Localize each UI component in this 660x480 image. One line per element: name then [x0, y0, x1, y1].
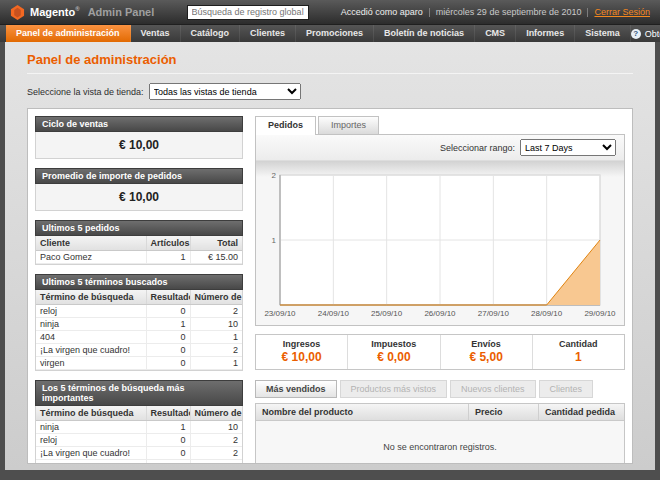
average-orders-value: € 10,00 — [35, 184, 243, 211]
dashboard-left-column: Ciclo de ventas € 10,00 Promedio de impo… — [35, 116, 243, 456]
table-row[interactable]: virgen 0 1 — [36, 357, 242, 370]
nav-item-catalog[interactable]: Catálogo — [181, 25, 241, 42]
stat-revenue: Ingresos € 10,00 — [256, 335, 347, 369]
table-row[interactable]: reloj 0 2 — [36, 434, 242, 447]
column-header: Término de búsqueda — [36, 290, 146, 305]
divider — [27, 73, 633, 74]
main-navbar: Panel de administración Ventas Catálogo … — [0, 24, 660, 42]
brand-name: Magento® — [30, 6, 80, 18]
widget-title: Ultimos 5 términos buscados — [35, 274, 243, 290]
global-search-input[interactable] — [187, 5, 309, 20]
widget-title: Los 5 términos de búsqueda más important… — [35, 380, 243, 406]
svg-text:25/09/10: 25/09/10 — [371, 309, 403, 318]
logout-link[interactable]: Cerrar Sesión — [594, 7, 650, 17]
stat-label: Cantidad — [533, 339, 624, 349]
svg-text:1: 1 — [272, 236, 277, 245]
orders-diagram: Seleccionar rango: Last 7 Days 1223/09/1… — [255, 134, 625, 326]
range-select[interactable]: Last 7 Days — [520, 139, 616, 156]
top-search-terms-table: Término de búsqueda Resultados Número de… — [35, 406, 243, 464]
session-info: Accedió como aparo miércoles 29 de septi… — [341, 7, 650, 17]
store-view-label: Seleccione la vista de tienda: — [27, 87, 144, 97]
brand: Magento® Admin Panel — [10, 5, 154, 20]
nav-item-system[interactable]: Sistema — [575, 25, 631, 42]
widget-title: Ultimos 5 pedidos — [35, 220, 243, 236]
magento-logo-icon — [10, 5, 25, 20]
nav-item-cms[interactable]: CMS — [475, 25, 516, 42]
product-name: Admin Panel — [88, 6, 155, 18]
column-header: Precio — [468, 404, 538, 420]
stat-value: € 10,00 — [256, 350, 347, 364]
nav-item-dashboard[interactable]: Panel de administración — [6, 25, 131, 42]
table-row[interactable]: 404 0 1 — [36, 460, 242, 465]
tab-amounts[interactable]: Importes — [318, 116, 379, 134]
table-row[interactable]: ¡La virgen que cuadro! 0 2 — [36, 344, 242, 357]
svg-text:27/09/10: 27/09/10 — [478, 309, 510, 318]
table-row[interactable]: 404 0 1 — [36, 331, 242, 344]
content-area: Panel de administración Seleccione la vi… — [5, 42, 655, 470]
chart-area: 1223/09/1024/09/1025/09/1026/09/1027/09/… — [256, 161, 624, 325]
help-label: Obtener ayuda para esta página — [645, 29, 660, 39]
chart-tabs: Pedidos Importes — [255, 116, 625, 134]
svg-text:23/09/10: 23/09/10 — [264, 309, 296, 318]
column-header: Término de búsqueda — [36, 406, 146, 421]
bestsellers-table: Nombre del producto Precio Cantidad pedi… — [255, 403, 625, 464]
widget-title: Promedio de importe de pedidos — [35, 168, 243, 184]
stat-shipping: Envíos € 5,00 — [440, 335, 532, 369]
stat-label: Ingresos — [256, 339, 347, 349]
orders-chart-svg: 1223/09/1024/09/1025/09/1026/09/1027/09/… — [260, 169, 620, 319]
column-header: Artículos — [146, 236, 190, 251]
top-header-bar: Magento® Admin Panel Accedió como aparo … — [0, 0, 660, 24]
store-view-switcher: Seleccione la vista de tienda: Todas las… — [27, 83, 633, 100]
separator — [587, 8, 588, 17]
logged-in-user: Accedió como aparo — [341, 7, 423, 17]
last-orders-widget: Ultimos 5 pedidos Cliente Artículos Tota… — [35, 220, 243, 265]
column-header: Resultados — [146, 290, 190, 305]
registered-mark: ® — [75, 6, 79, 12]
column-header: Total — [190, 236, 242, 251]
table-row[interactable]: ¡La virgen que cuadro! 0 2 — [36, 447, 242, 460]
column-header: Nombre del producto — [256, 404, 468, 420]
dashboard-right-column: Pedidos Importes Seleccionar rango: Last… — [255, 116, 625, 456]
page-title: Panel de administración — [27, 52, 633, 67]
svg-text:28/09/10: 28/09/10 — [531, 309, 563, 318]
help-icon: ? — [631, 29, 641, 39]
nav-item-reports[interactable]: Informes — [516, 25, 575, 42]
average-orders-widget: Promedio de importe de pedidos € 10,00 — [35, 168, 243, 211]
stat-value: € 5,00 — [441, 350, 532, 364]
column-header: Cliente — [36, 236, 146, 251]
tab-bestsellers[interactable]: Más vendidos — [255, 380, 337, 398]
svg-text:24/09/10: 24/09/10 — [318, 309, 350, 318]
dashboard-panel: Ciclo de ventas € 10,00 Promedio de impo… — [27, 108, 633, 464]
nav-item-newsletter[interactable]: Boletín de noticias — [374, 25, 475, 42]
table-row[interactable]: ninja 1 10 — [36, 318, 242, 331]
nav-menu: Panel de administración Ventas Catálogo … — [6, 25, 631, 42]
page-help-link[interactable]: ? Obtener ayuda para esta página — [631, 25, 660, 42]
table-row[interactable]: ninja 1 10 — [36, 421, 242, 434]
table-row[interactable]: reloj 0 2 — [36, 305, 242, 318]
column-header: Cantidad pedida — [538, 404, 624, 420]
stat-label: Envíos — [441, 339, 532, 349]
tab-most-viewed[interactable]: Productos más vistos — [340, 380, 448, 398]
stat-value: € 0,00 — [348, 350, 439, 364]
range-selector-row: Seleccionar rango: Last 7 Days — [256, 135, 624, 161]
last-search-terms-widget: Ultimos 5 términos buscados Término de b… — [35, 274, 243, 371]
tab-new-customers[interactable]: Nuevos clientes — [450, 380, 536, 398]
nav-item-sales[interactable]: Ventas — [131, 25, 181, 42]
nav-item-customers[interactable]: Clientes — [240, 25, 296, 42]
stat-label: Impuestos — [348, 339, 439, 349]
store-view-select[interactable]: Todas las vistas de tienda — [149, 83, 301, 100]
tab-customers[interactable]: Clientes — [539, 380, 594, 398]
tab-orders[interactable]: Pedidos — [255, 116, 316, 135]
nav-item-promotions[interactable]: Promociones — [296, 25, 374, 42]
stat-quantity: Cantidad 1 — [532, 335, 624, 369]
svg-text:26/09/10: 26/09/10 — [424, 309, 456, 318]
lifetime-sales-value: € 10,00 — [35, 132, 243, 159]
column-header: Resultados — [146, 406, 190, 421]
svg-text:2: 2 — [272, 171, 277, 180]
stat-value: 1 — [533, 350, 624, 364]
stat-tax: Impuestos € 0,00 — [347, 335, 439, 369]
empty-table-message: No se encontraron registros. — [256, 421, 624, 464]
last-orders-table: Cliente Artículos Total Paco Gomez 1 € 1… — [35, 236, 243, 265]
last-search-terms-table: Término de búsqueda Resultados Número de… — [35, 290, 243, 371]
table-row[interactable]: Paco Gomez 1 € 15.00 — [36, 251, 242, 264]
